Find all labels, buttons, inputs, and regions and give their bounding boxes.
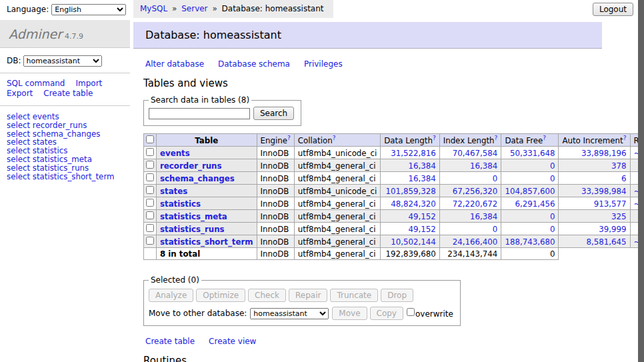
sidebar-item-select-recorder-runs[interactable]: select recorder_runs — [7, 121, 130, 130]
sidebar-item-select-statistics-runs[interactable]: select statistics_runs — [7, 164, 130, 173]
index-length-link[interactable]: 24,166,400 — [453, 237, 498, 247]
check-button[interactable]: Check — [248, 289, 286, 302]
index-length-link[interactable]: 0 — [493, 225, 498, 234]
column-header-index-length: Index Length? — [439, 134, 501, 147]
data-length-link[interactable]: 101,859,328 — [386, 187, 436, 196]
data-length-link[interactable]: 48,824,320 — [391, 199, 436, 209]
drop-button[interactable]: Drop — [381, 289, 413, 302]
row-checkbox[interactable] — [146, 161, 154, 169]
data-length-link[interactable]: 31,522,816 — [391, 149, 436, 158]
sidebar-link-import[interactable]: Import — [75, 79, 102, 88]
breadcrumb-server-link[interactable]: Server — [181, 4, 207, 13]
sidebar-item-select-statistics-short-term[interactable]: select statistics_short_term — [7, 173, 130, 181]
table-row: schema_changes InnoDB utf8mb4_general_ci… — [144, 172, 644, 185]
data-length-link[interactable]: 16,384 — [408, 161, 435, 171]
row-checkbox[interactable] — [146, 148, 154, 156]
move-button[interactable]: Move — [332, 307, 367, 320]
data-free-link[interactable]: 50,331,648 — [510, 149, 555, 158]
table-link[interactable]: schema_changes — [160, 174, 235, 183]
table-link[interactable]: statistics_meta — [160, 212, 227, 221]
help-icon[interactable]: ? — [287, 135, 291, 141]
move-to-database-label: Move to other database: — [149, 309, 247, 318]
move-db-select[interactable]: homeassistant — [250, 308, 329, 319]
engine-cell: InnoDB — [257, 159, 294, 172]
data-free-link[interactable]: 6,291,456 — [515, 199, 555, 209]
search-input[interactable] — [149, 108, 250, 119]
data-free-link[interactable]: 188,743,680 — [505, 237, 555, 247]
copy-button[interactable]: Copy — [370, 307, 403, 320]
auto-increment-link[interactable]: 8,581,645 — [586, 237, 626, 247]
search-button[interactable]: Search — [253, 107, 294, 120]
data-free-link[interactable]: 0 — [550, 174, 555, 183]
data-free-link[interactable]: 0 — [550, 225, 555, 234]
row-checkbox[interactable] — [146, 173, 154, 181]
table-link[interactable]: statistics_short_term — [160, 237, 253, 247]
auto-increment-link[interactable]: 913,577 — [594, 199, 627, 209]
index-length-link[interactable]: 0 — [493, 174, 498, 183]
create-links: Create tableCreate view — [145, 337, 644, 346]
index-length-link[interactable]: 16,384 — [470, 212, 497, 221]
truncate-button[interactable]: Truncate — [330, 289, 378, 302]
sidebar-link-create-table[interactable]: Create table — [43, 89, 93, 98]
alter-database-link[interactable]: Alter database — [145, 59, 204, 69]
sidebar-link-export[interactable]: Export — [7, 89, 33, 98]
auto-increment-link[interactable]: 39,999 — [599, 225, 626, 234]
auto-increment-link[interactable]: 33,898,196 — [581, 149, 627, 158]
row-checkbox[interactable] — [146, 199, 154, 207]
repair-button[interactable]: Repair — [289, 289, 327, 302]
auto-increment-link[interactable]: 33,398,984 — [581, 187, 627, 196]
data-length-link[interactable]: 10,502,144 — [391, 237, 436, 247]
privileges-link[interactable]: Privileges — [304, 59, 343, 69]
analyze-button[interactable]: Analyze — [149, 289, 193, 302]
breadcrumb-mysql-link[interactable]: MySQL — [140, 4, 167, 13]
index-length-link[interactable]: 16,384 — [470, 161, 497, 171]
table-link[interactable]: statistics — [160, 199, 201, 209]
index-length-link[interactable]: 72,220,672 — [453, 199, 498, 209]
optimize-button[interactable]: Optimize — [196, 289, 245, 302]
app-version[interactable]: 4.7.9 — [65, 32, 83, 41]
overwrite-checkbox[interactable] — [407, 308, 415, 316]
create-table-link[interactable]: Create table — [145, 337, 195, 346]
language-select[interactable]: English — [51, 4, 126, 15]
help-icon[interactable]: ? — [333, 135, 336, 141]
table-link[interactable]: events — [160, 149, 190, 158]
auto-increment-link[interactable]: 6 — [621, 174, 627, 183]
column-header-engine: Engine? — [257, 134, 294, 147]
data-length-total: 192,839,680 — [381, 248, 439, 260]
breadcrumb-current: Database: homeassistant — [222, 4, 324, 13]
logout-button[interactable]: Logout — [593, 3, 633, 16]
sidebar: Language:English Adminer4.7.9 DB:homeass… — [0, 0, 130, 181]
sidebar-item-select-statistics-meta[interactable]: select statistics_meta — [7, 155, 130, 164]
row-checkbox[interactable] — [146, 186, 154, 194]
vertical-scrollbar[interactable] — [638, 0, 644, 362]
data-length-link[interactable]: 16,384 — [408, 174, 435, 183]
index-length-link[interactable]: 70,467,584 — [453, 149, 498, 158]
index-length-link[interactable]: 67,256,320 — [453, 187, 498, 196]
data-free-link[interactable]: 0 — [550, 161, 555, 171]
db-select[interactable]: homeassistant — [23, 55, 102, 67]
select-all-checkbox[interactable] — [146, 135, 154, 143]
row-checkbox[interactable] — [146, 237, 154, 245]
help-icon[interactable]: ? — [433, 135, 436, 141]
help-icon[interactable]: ? — [495, 135, 498, 141]
table-link[interactable]: statistics_runs — [160, 225, 225, 234]
data-free-link[interactable]: 0 — [550, 212, 555, 221]
help-icon[interactable]: ? — [543, 135, 546, 141]
sidebar-item-select-events[interactable]: select events — [7, 113, 130, 121]
database-schema-link[interactable]: Database schema — [218, 59, 290, 69]
create-view-link[interactable]: Create view — [209, 337, 256, 346]
data-length-link[interactable]: 49,152 — [408, 212, 435, 221]
column-header-collation: Collation? — [294, 134, 381, 147]
data-free-link[interactable]: 104,857,600 — [505, 187, 555, 196]
sidebar-link-sql-command[interactable]: SQL command — [7, 79, 65, 88]
table-link[interactable]: states — [160, 187, 187, 196]
row-checkbox[interactable] — [146, 211, 154, 219]
table-link[interactable]: recorder_runs — [160, 161, 222, 171]
data-length-link[interactable]: 49,152 — [408, 225, 435, 234]
auto-increment-link[interactable]: 378 — [611, 161, 627, 171]
sidebar-table-list: select events select recorder_runs selec… — [0, 106, 130, 181]
auto-increment-link[interactable]: 325 — [611, 212, 627, 221]
collation-cell: utf8mb4_general_ci — [294, 210, 381, 223]
row-checkbox[interactable] — [146, 224, 154, 232]
help-icon[interactable]: ? — [623, 135, 627, 141]
